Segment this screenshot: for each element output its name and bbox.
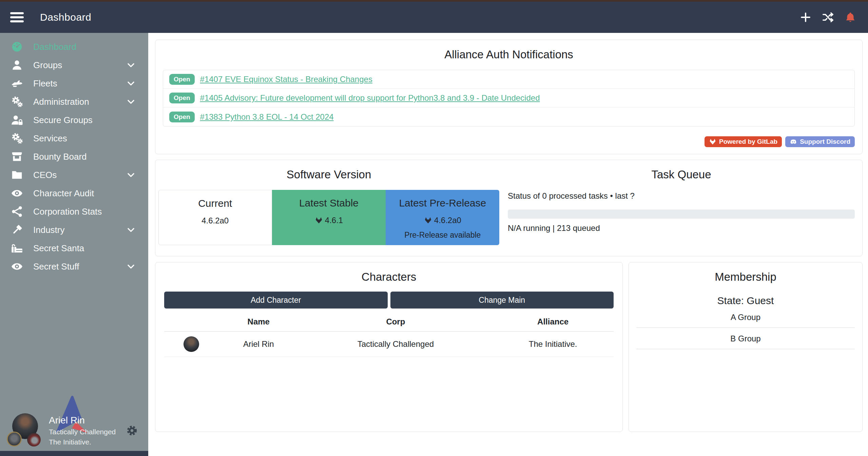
notification-row: Open #1383 Python 3.8 EOL - 14 Oct 2024 <box>163 107 854 126</box>
gitlab-icon <box>709 138 716 145</box>
table-row: Ariel Rin Tactically Challenged The Init… <box>164 332 614 357</box>
chevron-down-icon <box>126 261 136 272</box>
shuffle-icon[interactable] <box>822 11 834 23</box>
eye-icon <box>11 260 23 273</box>
discord-badge[interactable]: Support Discord <box>785 136 855 147</box>
chevron-down-icon <box>126 225 136 235</box>
sidebar-item-secure-groups[interactable]: Secure Groups <box>0 111 148 129</box>
main-content: Alliance Auth Notifications Open #1407 E… <box>148 33 868 456</box>
gifts-icon <box>11 242 23 254</box>
navbar: Dashboard <box>0 2 868 33</box>
task-queue-progressbar <box>508 210 855 219</box>
sidebar-item-administration[interactable]: Administration <box>0 93 148 111</box>
characters-panel: Characters Add Character Change Main Nam… <box>155 262 623 432</box>
notifications-title: Alliance Auth Notifications <box>155 40 862 61</box>
sidebar-item-secret-stuff[interactable]: Secret Stuff <box>0 257 148 276</box>
hammer-icon <box>11 224 23 236</box>
column-header-alliance: Alliance <box>492 317 614 326</box>
membership-group: A Group <box>636 306 855 328</box>
sidebar-footer-bar <box>0 451 148 456</box>
add-character-button[interactable]: Add Character <box>164 292 388 309</box>
notification-link[interactable]: #1405 Advisory: Future development will … <box>200 93 540 103</box>
characters-table: Name Corp Alliance Ariel Rin Tactically … <box>164 312 614 357</box>
eye-icon <box>11 187 23 199</box>
notification-bell-icon[interactable] <box>844 11 856 23</box>
software-version-title: Software Version <box>155 160 502 181</box>
share-icon <box>11 205 23 218</box>
version-box: Current 4.6.2a0 Latest Stable 4.6.1 Late… <box>158 190 500 245</box>
user-lock-icon <box>11 114 23 126</box>
discord-icon <box>790 138 797 145</box>
menu-toggle-icon[interactable] <box>10 12 24 22</box>
status-badge: Open <box>169 93 195 103</box>
sidebar-item-bounty-board[interactable]: Bounty Board <box>0 147 148 166</box>
sidebar-item-services[interactable]: Services <box>0 129 148 147</box>
gitlab-badge[interactable]: Powered by GitLab <box>705 136 782 147</box>
cell-character-name: Ariel Rin <box>218 339 299 349</box>
column-header-corp: Corp <box>299 317 493 326</box>
column-header-name: Name <box>218 317 299 326</box>
membership-title: Membership <box>629 262 862 283</box>
membership-panel: Membership State: Guest A Group B Group <box>629 262 863 432</box>
alliance-logo <box>27 433 41 447</box>
sidebar-item-character-audit[interactable]: Character Audit <box>0 184 148 202</box>
sidebar-item-secret-santa[interactable]: Secret Santa <box>0 239 148 257</box>
status-badge: Open <box>169 74 195 85</box>
notifications-list: Open #1407 EVE Equinox Status - Breaking… <box>163 70 855 126</box>
sidebar-item-ceos[interactable]: CEOs <box>0 166 148 184</box>
characters-title: Characters <box>155 262 622 283</box>
chevron-down-icon <box>126 78 136 88</box>
cell-character-alliance: The Initiative. <box>492 339 614 349</box>
membership-state: State: Guest <box>629 295 862 306</box>
user-alliance: The Initiative. <box>49 438 116 446</box>
user-panel: Ariel Rin Tactically Challenged The Init… <box>0 410 148 451</box>
version-prerelease-cell: Latest Pre-Release 4.6.2a0 Pre-Release a… <box>386 190 499 245</box>
settings-gear-icon[interactable] <box>126 424 138 437</box>
notification-link[interactable]: #1407 EVE Equinox Status - Breaking Chan… <box>200 75 372 84</box>
chevron-down-icon <box>126 60 136 70</box>
user-icon <box>11 59 23 71</box>
gitlab-icon <box>424 216 432 224</box>
gears-icon <box>11 132 23 144</box>
gitlab-icon <box>315 216 323 224</box>
version-stable-cell: Latest Stable 4.6.1 <box>272 190 386 245</box>
gears-icon <box>11 96 23 108</box>
sidebar-item-groups[interactable]: Groups <box>0 56 148 74</box>
gauge-icon <box>11 41 23 53</box>
change-main-button[interactable]: Change Main <box>390 292 614 309</box>
sidebar: Dashboard Groups Fleets Administration S… <box>0 33 148 456</box>
top-accent-bar <box>0 0 868 2</box>
corp-logo <box>7 432 22 447</box>
notification-row: Open #1407 EVE Equinox Status - Breaking… <box>163 70 854 89</box>
avatar <box>7 412 41 449</box>
cell-character-corp: Tactically Challenged <box>299 339 493 349</box>
character-avatar <box>184 336 199 352</box>
chevron-down-icon <box>126 97 136 107</box>
user-corp: Tactically Challenged <box>49 428 116 436</box>
membership-group: B Group <box>636 328 855 349</box>
task-queue-status: Status of 0 processed tasks • last ? <box>508 191 855 201</box>
notification-link[interactable]: #1383 Python 3.8 EOL - 14 Oct 2024 <box>200 112 334 122</box>
status-badge: Open <box>169 112 195 122</box>
version-current-cell: Current 4.6.2a0 <box>158 190 272 245</box>
store-icon <box>11 151 23 163</box>
folder-icon <box>11 169 23 181</box>
sidebar-item-corporation-stats[interactable]: Corporation Stats <box>0 202 148 221</box>
task-queue-section: Task Queue Status of 0 processed tasks •… <box>502 160 862 256</box>
task-queue-title: Task Queue <box>508 160 855 181</box>
chevron-down-icon <box>126 170 136 180</box>
notification-row: Open #1405 Advisory: Future development … <box>163 89 854 107</box>
sidebar-item-industry[interactable]: Industry <box>0 221 148 239</box>
sidebar-item-fleets[interactable]: Fleets <box>0 74 148 93</box>
task-queue-counts: N/A running | 213 queued <box>508 223 855 233</box>
jet-icon <box>11 77 23 90</box>
sidebar-item-dashboard[interactable]: Dashboard <box>0 38 148 56</box>
notifications-panel: Alliance Auth Notifications Open #1407 E… <box>155 40 863 154</box>
status-panel: Software Version Current 4.6.2a0 Latest … <box>155 160 863 256</box>
page-title: Dashboard <box>40 12 91 23</box>
user-name: Ariel Rin <box>49 415 116 426</box>
add-icon[interactable] <box>799 11 812 23</box>
software-version-section: Software Version Current 4.6.2a0 Latest … <box>155 160 502 256</box>
